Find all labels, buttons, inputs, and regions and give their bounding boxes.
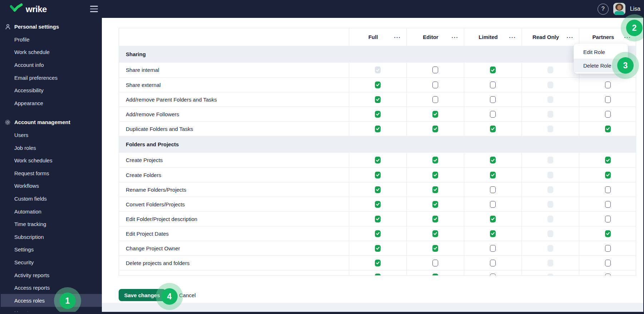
permission-checkbox-checked[interactable] (375, 126, 381, 132)
permission-checkbox-checked[interactable] (432, 172, 438, 178)
permission-checkbox-unchecked[interactable] (432, 67, 438, 73)
sidebar-item-automation[interactable]: Automation (0, 205, 102, 218)
menu-item-delete-role[interactable]: Delete Role (574, 59, 628, 72)
permission-cell (579, 92, 636, 107)
permission-checkbox-unchecked[interactable] (605, 274, 611, 275)
permission-checkbox-unchecked[interactable] (605, 201, 611, 208)
sidebar-item-work-schedules[interactable]: Work schedules (0, 154, 102, 167)
sidebar-item-request-forms[interactable]: Request forms (0, 167, 102, 180)
permission-checkbox-checked[interactable] (432, 126, 438, 132)
sidebar-item-appearance[interactable]: Appearance (0, 97, 102, 110)
permission-checkbox-checked[interactable] (490, 126, 496, 132)
permission-checkbox-checked[interactable] (375, 216, 381, 222)
permission-checkbox-checked[interactable] (432, 216, 438, 222)
wrike-logo[interactable]: wrike (10, 3, 47, 16)
permission-checkbox-unchecked[interactable] (490, 96, 496, 103)
sidebar-item-email-preferences[interactable]: Email preferences (0, 71, 102, 84)
sidebar-item-workflows[interactable]: Workflows (0, 180, 102, 192)
sidebar-item-time-tracking[interactable]: Time tracking (0, 218, 102, 231)
role-menu-icon[interactable]: ··· (567, 34, 574, 40)
permission-cell (464, 241, 521, 255)
sidebar-item-label: Users (14, 132, 28, 138)
permission-checkbox-checked[interactable] (375, 245, 381, 252)
permission-checkbox-unchecked[interactable] (605, 111, 611, 118)
save-changes-button[interactable]: Save changes (119, 289, 165, 301)
table-row-create-folders: Create Folders (119, 167, 636, 182)
sidebar-section-personal-settings[interactable]: Personal settings (0, 20, 102, 33)
permission-checkbox-unchecked[interactable] (490, 82, 496, 88)
avatar[interactable] (613, 3, 625, 15)
sidebar-item-access-roles[interactable]: Access roles (0, 294, 102, 307)
sidebar-item-label: Job roles (14, 145, 36, 151)
permission-checkbox-disabled (548, 157, 553, 163)
sidebar-item-profile[interactable]: Profile (0, 33, 102, 46)
permission-checkbox-checked[interactable] (605, 172, 611, 178)
permission-checkbox-checked[interactable] (375, 157, 381, 163)
permission-checkbox-checked[interactable] (490, 230, 496, 237)
permission-checkbox-checked[interactable] (375, 111, 381, 118)
sidebar-item-settings[interactable]: Settings (0, 243, 102, 256)
permission-checkbox-unchecked[interactable] (490, 245, 496, 252)
sidebar-item-users[interactable]: Users (0, 129, 102, 142)
role-menu-icon[interactable]: ··· (452, 34, 459, 40)
permission-checkbox-checked[interactable] (432, 230, 438, 237)
permission-checkbox-checked[interactable] (375, 186, 381, 193)
permission-checkbox-checked[interactable] (432, 111, 438, 118)
permission-checkbox-checked[interactable] (375, 274, 381, 275)
permission-checkbox-checked[interactable] (432, 201, 438, 208)
permission-checkbox-checked[interactable] (490, 67, 496, 73)
cancel-button[interactable]: Cancel (179, 289, 196, 301)
permission-checkbox-unchecked[interactable] (605, 260, 611, 266)
permission-checkbox-checked[interactable] (375, 172, 381, 178)
permission-checkbox-checked[interactable] (375, 82, 381, 88)
role-menu-icon[interactable]: ··· (394, 34, 401, 40)
sidebar-item-account-info[interactable]: Account info (0, 59, 102, 72)
help-icon[interactable]: ? (598, 4, 609, 15)
sidebar-item-accessibility[interactable]: Accessibility (0, 84, 102, 97)
permission-checkbox-muted (375, 67, 381, 73)
permission-checkbox-checked[interactable] (490, 172, 496, 178)
permission-checkbox-checked[interactable] (432, 245, 438, 252)
sidebar-item-activity-reports[interactable]: Activity reports (0, 269, 102, 281)
sidebar-item-work-schedule[interactable]: Work schedule (0, 46, 102, 59)
permission-checkbox-unchecked[interactable] (605, 96, 611, 103)
sidebar-section-account-management[interactable]: Account management (0, 116, 102, 129)
permission-checkbox-unchecked[interactable] (490, 201, 496, 208)
permission-checkbox-checked[interactable] (432, 274, 438, 275)
sidebar-item-custom-fields[interactable]: Custom fields (0, 192, 102, 205)
permission-checkbox-checked[interactable] (375, 260, 381, 266)
permission-checkbox-checked[interactable] (490, 157, 496, 163)
permission-checkbox-checked[interactable] (375, 96, 381, 103)
permission-checkbox-unchecked[interactable] (490, 274, 496, 275)
permission-checkbox-unchecked[interactable] (432, 82, 438, 88)
sidebar-item-security[interactable]: Security (0, 256, 102, 269)
permission-checkbox-unchecked[interactable] (432, 260, 438, 266)
sidebar-item-job-roles[interactable]: Job roles (0, 141, 102, 154)
permission-checkbox-checked[interactable] (490, 216, 496, 222)
permission-checkbox-checked[interactable] (432, 157, 438, 163)
permission-checkbox-checked[interactable] (375, 201, 381, 208)
permission-cell (521, 226, 579, 241)
permission-checkbox-unchecked[interactable] (605, 216, 611, 222)
permission-checkbox-checked[interactable] (605, 230, 611, 237)
permission-checkbox-unchecked[interactable] (490, 111, 496, 118)
permission-checkbox-unchecked[interactable] (605, 186, 611, 193)
menu-item-edit-role[interactable]: Edit Role (574, 45, 628, 59)
permission-checkbox-unchecked[interactable] (490, 186, 496, 193)
permission-checkbox-checked[interactable] (375, 230, 381, 237)
permission-checkbox-unchecked[interactable] (490, 260, 496, 266)
permission-checkbox-unchecked[interactable] (432, 96, 438, 103)
sidebar-item-access-reports[interactable]: Access reports (0, 281, 102, 294)
sidebar-item-user-types[interactable]: User types (0, 307, 102, 314)
menu-toggle-button[interactable] (90, 6, 99, 12)
permission-checkbox-checked[interactable] (605, 126, 611, 132)
sidebar-item-label: Settings (14, 246, 34, 252)
permission-checkbox-checked[interactable] (605, 157, 611, 163)
permission-checkbox-checked[interactable] (432, 186, 438, 193)
permission-checkbox-unchecked[interactable] (605, 245, 611, 252)
sidebar-item-subscription[interactable]: Subscription (0, 231, 102, 244)
role-menu-icon[interactable]: ··· (624, 34, 631, 40)
username-label[interactable]: Lisa (630, 6, 640, 12)
role-menu-icon[interactable]: ··· (509, 34, 516, 40)
permission-checkbox-unchecked[interactable] (605, 82, 611, 88)
